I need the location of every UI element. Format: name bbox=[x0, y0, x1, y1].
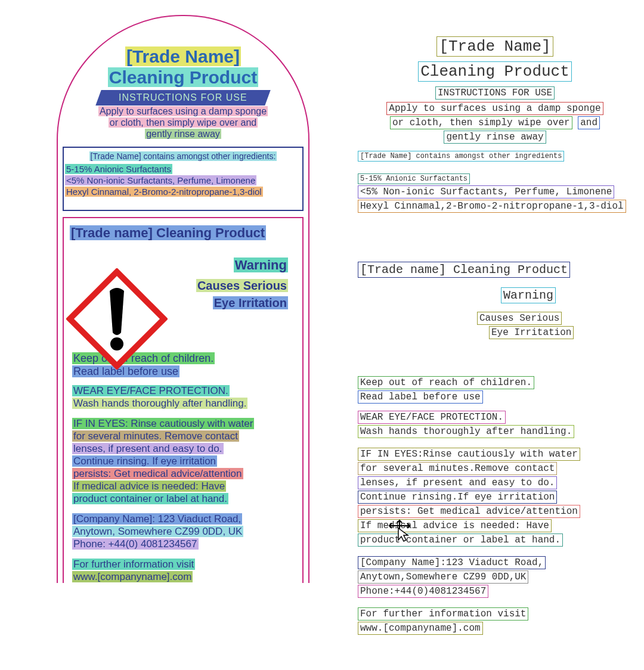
svg-point-1 bbox=[110, 337, 123, 350]
ingredient-line: Hexyl Cinnamal, 2-Bromo-2-nitropropane-1… bbox=[65, 187, 263, 197]
ocr-box: product container or label at hand. bbox=[358, 533, 563, 547]
precaution-line: Wash hands thoroughly after handling. bbox=[72, 398, 247, 409]
instructions-line: gently rinse away bbox=[145, 129, 221, 139]
trade-name-title: [Trade Name] bbox=[125, 46, 241, 66]
ingredient-line: <5% Non-ionic Surfactants, Perfume, Limo… bbox=[65, 175, 256, 185]
precaution-line: for several minutes. Remove contact bbox=[72, 430, 239, 442]
product-label-mockup: [Trade Name] Cleaning Product INSTRUCTIO… bbox=[57, 15, 307, 584]
precaution-line: lenses, if present and easy to do. bbox=[72, 443, 224, 454]
ingredient-line: 5-15% Anionic Surfactants bbox=[65, 164, 172, 174]
ocr-box: Eye Irritation bbox=[489, 326, 574, 339]
precaution-line: If medical advice is needed: Have bbox=[72, 480, 226, 492]
ocr-box: INSTRUCTIONS FOR USE bbox=[435, 86, 555, 100]
warning-word: Warning bbox=[234, 258, 288, 272]
ocr-box: lenses, if present and easy to do. bbox=[358, 476, 557, 489]
precaution-line: IF IN EYES: Rinse cautiously with water bbox=[72, 418, 254, 429]
instructions-line: or cloth, then simply wipe over and bbox=[109, 117, 258, 128]
ocr-box: If medical advice is needed: Have bbox=[358, 519, 552, 532]
ocr-box: Warning bbox=[501, 287, 556, 303]
ocr-box: [Company Name]:123 Viaduct Road, bbox=[358, 556, 546, 569]
ocr-box: WEAR EYE/FACE PROTECTION. bbox=[358, 411, 506, 424]
ocr-box: Continue rinsing.If eye irritation bbox=[358, 491, 557, 504]
precaution-line: WEAR EYE/FACE PROTECTION. bbox=[72, 385, 230, 396]
ocr-box: persists: Get medical advice/attention bbox=[358, 505, 580, 518]
ocr-box: Apply to surfaces using a damp sponge bbox=[386, 102, 603, 115]
ingredients-box: [Trade Name] contains amongst other ingr… bbox=[63, 147, 304, 211]
hazard-statement: Causes Serious bbox=[196, 279, 288, 292]
company-line: [Company Name]: 123 Viaduct Road, bbox=[72, 513, 242, 525]
hazard-detail-box: [Trade name] Cleaning Product Warning Ca… bbox=[63, 217, 304, 583]
ocr-box: IF IN EYES:Rinse cautiously with water bbox=[358, 448, 580, 461]
company-line: Anytown, Somewhere CZ99 0DD, UK bbox=[72, 526, 243, 537]
ocr-result-panel: [Trade Name] Cleaning Product INSTRUCTIO… bbox=[358, 36, 632, 635]
ingredients-title: [Trade Name] contains amongst other ingr… bbox=[89, 151, 277, 161]
ocr-box: Read label before use bbox=[358, 390, 483, 404]
ocr-box: gently rinse away bbox=[444, 131, 546, 144]
ghs-hazard-pictogram-icon bbox=[66, 268, 168, 370]
ocr-box: Phone:+44(0)4081234567 bbox=[358, 585, 488, 598]
more-info-line: For further information visit bbox=[72, 559, 195, 570]
ocr-box: Hexyl Cinnamal,2-Bromo-2-nitropropane-1,… bbox=[358, 200, 626, 213]
ocr-box: or cloth, then simply wipe over bbox=[390, 116, 572, 129]
hazard-statement: Eye Irritation bbox=[213, 296, 288, 309]
ocr-box: Causes Serious bbox=[477, 312, 562, 325]
bottle-outline: [Trade Name] Cleaning Product INSTRUCTIO… bbox=[57, 15, 309, 583]
ocr-box: [Trade Name] bbox=[436, 36, 553, 57]
precaution-line: Continue rinsing. If eye irritation bbox=[72, 455, 217, 467]
ocr-box: for several minutes.Remove contact bbox=[358, 462, 557, 475]
ocr-box: [Trade name] Cleaning Product bbox=[358, 262, 570, 278]
section-title: [Trade name] Cleaning Product bbox=[70, 225, 266, 240]
precaution-line: product container or label at hand. bbox=[72, 493, 228, 504]
instructions-line: Apply to surfaces using a damp sponge bbox=[98, 106, 268, 116]
precaution-line: persists: Get medical advice/attention bbox=[72, 468, 243, 479]
ocr-box: Wash hands thoroughly after handling. bbox=[358, 425, 574, 438]
ocr-box: <5% Non-ionic Surfactants, Perfume, Limo… bbox=[358, 185, 614, 198]
instructions-header: INSTRUCTIONS FOR USE bbox=[95, 90, 270, 106]
ocr-box: Anytown,Somewhere CZ99 0DD,UK bbox=[358, 570, 528, 584]
company-line: Phone: +44(0) 4081234567 bbox=[72, 538, 199, 550]
ocr-box: Cleaning Product bbox=[418, 61, 572, 82]
ocr-box: Keep out of reach of children. bbox=[358, 376, 534, 389]
ocr-box: www.[companyname].com bbox=[358, 622, 483, 635]
ocr-box: [Trade Name] contains amongst other ingr… bbox=[358, 151, 564, 162]
ocr-box: 5-15% Anionic Surfactants bbox=[358, 173, 470, 184]
ocr-box: and bbox=[578, 116, 600, 129]
more-info-line: www.[companyname].com bbox=[72, 571, 193, 582]
product-type-title: Cleaning Product bbox=[108, 67, 258, 87]
ocr-box: For further information visit bbox=[358, 607, 528, 621]
